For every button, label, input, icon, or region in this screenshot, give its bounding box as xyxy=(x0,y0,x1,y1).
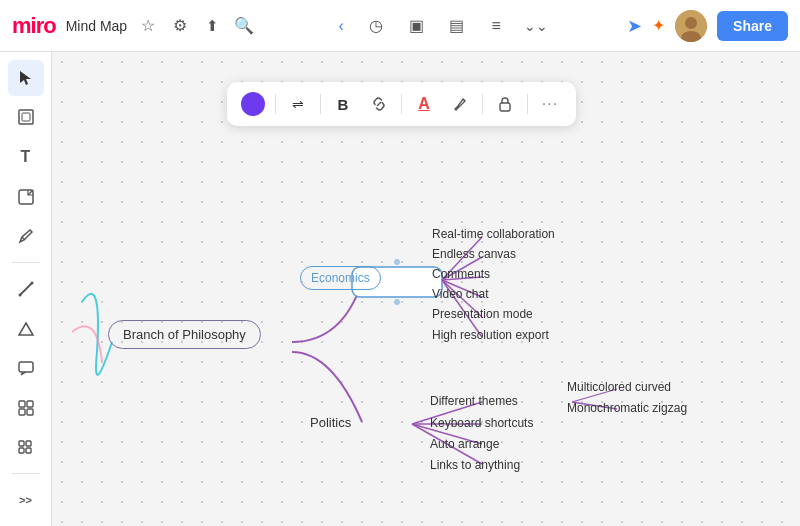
svg-line-31 xyxy=(412,424,482,444)
svg-point-9 xyxy=(18,294,21,297)
sidebar-item-grid[interactable] xyxy=(8,390,44,426)
sidebar-item-text[interactable]: T xyxy=(8,139,44,175)
sidebar-item-more[interactable]: >> xyxy=(8,482,44,518)
svg-rect-21 xyxy=(500,103,510,111)
upload-icon[interactable]: ⬆ xyxy=(201,15,223,37)
screen-icon[interactable]: ▤ xyxy=(440,10,472,42)
svg-rect-5 xyxy=(22,113,30,121)
ft-bold-button[interactable]: B xyxy=(327,88,359,120)
avatar[interactable] xyxy=(675,10,707,42)
svg-line-24 xyxy=(442,257,482,280)
share-button[interactable]: Share xyxy=(717,11,788,41)
svg-rect-4 xyxy=(19,110,33,124)
topbar: miro Mind Map ☆ ⚙ ⬆ 🔍 ‹ ◷ ▣ ▤ ≡ ⌄⌄ ➤ ✦ S… xyxy=(0,0,800,52)
root-node[interactable]: Branch of Philosophy xyxy=(108,320,261,349)
sidebar-item-sticky[interactable] xyxy=(8,179,44,215)
svg-line-20 xyxy=(463,99,465,101)
sidebar-item-line[interactable] xyxy=(8,271,44,307)
ft-highlight-button[interactable] xyxy=(444,88,476,120)
miro-logo: miro xyxy=(12,13,56,39)
svg-line-34 xyxy=(572,402,617,409)
ft-text-color-button[interactable]: A xyxy=(408,88,440,120)
svg-rect-14 xyxy=(19,409,25,415)
ft-divider-1 xyxy=(275,94,276,114)
sidebar-item-apps[interactable] xyxy=(8,430,44,466)
float-toolbar: ⇌ B A ··· xyxy=(227,82,576,126)
search-icon[interactable]: 🔍 xyxy=(233,15,255,37)
topbar-right: ➤ ✦ Share xyxy=(627,10,788,42)
image-icon[interactable]: ▣ xyxy=(400,10,432,42)
topbar-left: miro Mind Map ☆ ⚙ ⬆ 🔍 xyxy=(12,13,255,39)
svg-point-35 xyxy=(394,259,400,265)
sidebar-divider-2 xyxy=(12,473,40,474)
ft-divider-2 xyxy=(320,94,321,114)
svg-line-33 xyxy=(572,389,617,402)
ft-divider-5 xyxy=(527,94,528,114)
more-nav-icon[interactable]: ⌄⌄ xyxy=(520,10,552,42)
ft-link-button[interactable] xyxy=(363,88,395,120)
svg-line-32 xyxy=(412,424,482,464)
svg-rect-16 xyxy=(19,441,24,446)
ft-align-button[interactable]: ⇌ xyxy=(282,88,314,120)
sidebar-item-pen[interactable] xyxy=(8,219,44,255)
svg-rect-18 xyxy=(19,448,24,453)
topbar-center: ‹ ◷ ▣ ▤ ≡ ⌄⌄ xyxy=(330,10,552,42)
svg-line-27 xyxy=(442,280,482,317)
svg-rect-17 xyxy=(26,441,31,446)
svg-rect-15 xyxy=(27,409,33,415)
svg-line-29 xyxy=(412,402,482,424)
project-name: Mind Map xyxy=(66,18,127,34)
list-icon[interactable]: ≡ xyxy=(480,10,512,42)
nav-prev-icon[interactable]: ‹ xyxy=(330,15,352,37)
svg-rect-13 xyxy=(27,401,33,407)
ft-divider-4 xyxy=(482,94,483,114)
ft-divider-3 xyxy=(401,94,402,114)
sidebar-item-cursor[interactable] xyxy=(8,60,44,96)
sidebar-item-frame[interactable] xyxy=(8,100,44,136)
svg-line-25 xyxy=(442,277,482,280)
timer-icon[interactable]: ◷ xyxy=(360,10,392,42)
sidebar: T >> xyxy=(0,52,52,526)
svg-rect-11 xyxy=(19,362,33,372)
ft-more-button[interactable]: ··· xyxy=(534,88,566,120)
canvas[interactable]: ⇌ B A ··· xyxy=(52,52,800,526)
cursor-arrow-icon[interactable]: ➤ xyxy=(627,15,642,37)
settings-icon[interactable]: ⚙ xyxy=(169,15,191,37)
svg-rect-12 xyxy=(19,401,25,407)
ft-lock-button[interactable] xyxy=(489,88,521,120)
svg-line-8 xyxy=(20,283,32,295)
svg-rect-19 xyxy=(26,448,31,453)
sidebar-item-shape[interactable] xyxy=(8,311,44,347)
sidebar-item-comment[interactable] xyxy=(8,350,44,386)
economics-node[interactable]: Economics xyxy=(300,266,381,290)
svg-line-23 xyxy=(442,237,482,280)
star-icon[interactable]: ☆ xyxy=(137,15,159,37)
ft-color-circle[interactable] xyxy=(237,88,269,120)
svg-point-1 xyxy=(685,17,697,29)
collaborate-icon[interactable]: ✦ xyxy=(652,16,665,35)
svg-point-36 xyxy=(394,299,400,305)
svg-marker-3 xyxy=(20,71,31,85)
sidebar-divider xyxy=(12,262,40,263)
svg-point-10 xyxy=(30,282,33,285)
